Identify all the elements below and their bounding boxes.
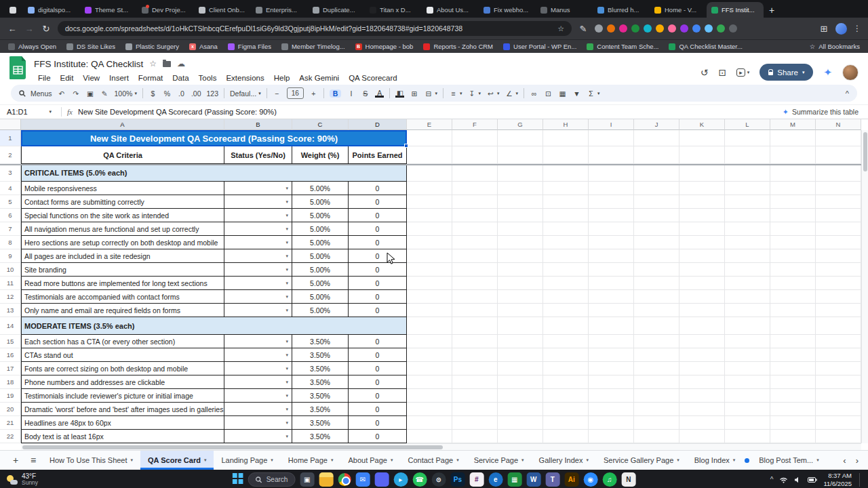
empty-cell[interactable] bbox=[725, 348, 770, 362]
empty-cell[interactable] bbox=[679, 375, 725, 389]
empty-cell[interactable] bbox=[407, 249, 452, 263]
empty-cell[interactable] bbox=[589, 362, 634, 375]
empty-cell[interactable] bbox=[634, 182, 679, 195]
empty-cell[interactable] bbox=[498, 430, 543, 443]
column-header-J[interactable]: J bbox=[634, 119, 679, 130]
cell-status-dropdown-10[interactable]: ▾ bbox=[224, 263, 292, 277]
row-header-9[interactable]: 9 bbox=[0, 249, 21, 263]
taskbar-app-edge[interactable]: e bbox=[488, 472, 502, 487]
row-header-2[interactable]: 2 bbox=[0, 146, 21, 164]
cell-points-16[interactable]: 0 bbox=[349, 348, 407, 362]
empty-cell[interactable] bbox=[634, 195, 679, 209]
extension-icon-12[interactable] bbox=[729, 24, 737, 33]
empty-cell[interactable] bbox=[816, 335, 861, 348]
empty-cell[interactable] bbox=[407, 222, 452, 236]
start-button[interactable] bbox=[233, 473, 243, 487]
taskbar-app-slack[interactable]: # bbox=[469, 472, 484, 487]
extension-icon-9[interactable] bbox=[692, 24, 701, 33]
scroll-sheets-right-icon[interactable]: › bbox=[856, 455, 859, 466]
text-wrap-icon-wrap[interactable]: ↩▾ bbox=[486, 89, 500, 98]
empty-cell[interactable] bbox=[407, 290, 452, 304]
cell-points-8[interactable]: 0 bbox=[349, 236, 407, 249]
empty-cell[interactable] bbox=[589, 335, 634, 348]
cell-header-2[interactable]: Status (Yes/No) bbox=[224, 146, 292, 164]
redo-icon[interactable]: ↷ bbox=[72, 89, 81, 98]
empty-cell[interactable] bbox=[407, 263, 452, 277]
empty-cell[interactable] bbox=[498, 375, 543, 389]
empty-cell[interactable] bbox=[816, 209, 861, 222]
empty-cell[interactable] bbox=[770, 389, 816, 403]
column-header-H[interactable]: H bbox=[543, 119, 589, 130]
empty-cell[interactable] bbox=[589, 222, 634, 236]
empty-cell[interactable] bbox=[725, 317, 770, 335]
empty-cell[interactable] bbox=[407, 195, 452, 209]
cell-criteria-7[interactable]: All navigation menus are functional and … bbox=[21, 222, 224, 236]
cell-weight-22[interactable]: 3.50% bbox=[292, 430, 349, 443]
cell-criteria-6[interactable]: Special functions on the site work as in… bbox=[21, 209, 224, 222]
cell-points-9[interactable]: 0 bbox=[349, 249, 407, 263]
empty-cell[interactable] bbox=[498, 249, 543, 263]
cell-criteria-4[interactable]: Mobile responsiveness bbox=[21, 182, 224, 195]
select-all-corner[interactable] bbox=[0, 119, 21, 130]
empty-cell[interactable] bbox=[498, 263, 543, 277]
menu-file[interactable]: File bbox=[34, 73, 55, 83]
cell-status-dropdown-19[interactable]: ▾ bbox=[224, 389, 292, 403]
empty-cell[interactable] bbox=[770, 130, 816, 146]
row-header-18[interactable]: 18 bbox=[0, 375, 21, 389]
cell-header-1[interactable]: QA Criteria bbox=[21, 146, 224, 164]
taskbar-app-github[interactable]: ⊙ bbox=[431, 472, 446, 487]
cell-points-5[interactable]: 0 bbox=[349, 195, 407, 209]
sheet-tab-service-gallery-page[interactable]: Service Gallery Page▾ bbox=[596, 451, 687, 470]
empty-cell[interactable] bbox=[816, 348, 861, 362]
menu-help[interactable]: Help bbox=[270, 73, 294, 83]
empty-cell[interactable] bbox=[634, 146, 679, 164]
empty-cell[interactable] bbox=[679, 249, 725, 263]
empty-cell[interactable] bbox=[816, 277, 861, 290]
empty-cell[interactable] bbox=[634, 164, 679, 182]
cell-weight-4[interactable]: 5.00% bbox=[292, 182, 349, 195]
bold-icon[interactable]: B bbox=[330, 89, 342, 98]
taskbar-app-mail[interactable]: ✉ bbox=[355, 472, 370, 487]
empty-cell[interactable] bbox=[634, 236, 679, 249]
menu-qa-scorecard[interactable]: QA Scorecard bbox=[344, 73, 401, 83]
cell-status-dropdown-15[interactable]: ▾ bbox=[224, 335, 292, 348]
empty-cell[interactable] bbox=[543, 236, 589, 249]
empty-cell[interactable] bbox=[498, 290, 543, 304]
sheet-tab-blog-index[interactable]: Blog Index▾ bbox=[687, 451, 743, 470]
sheet-tab-service-page[interactable]: Service Page▾ bbox=[467, 451, 532, 470]
empty-cell[interactable] bbox=[634, 335, 679, 348]
empty-cell[interactable] bbox=[452, 362, 498, 375]
cell-points-18[interactable]: 0 bbox=[349, 375, 407, 389]
empty-cell[interactable] bbox=[816, 403, 861, 416]
empty-cell[interactable] bbox=[452, 335, 498, 348]
cell-status-dropdown-20[interactable]: ▾ bbox=[224, 403, 292, 416]
empty-cell[interactable] bbox=[679, 362, 725, 375]
menu-data[interactable]: Data bbox=[168, 73, 193, 83]
empty-cell[interactable] bbox=[589, 209, 634, 222]
empty-cell[interactable] bbox=[589, 277, 634, 290]
fill-handle[interactable] bbox=[404, 144, 408, 148]
empty-cell[interactable] bbox=[770, 209, 816, 222]
empty-cell[interactable] bbox=[725, 263, 770, 277]
empty-cell[interactable] bbox=[679, 164, 725, 182]
empty-cell[interactable] bbox=[679, 222, 725, 236]
address-bar[interactable]: docs.google.com/spreadsheets/d/1oHkCTSln… bbox=[58, 21, 572, 36]
empty-cell[interactable] bbox=[634, 389, 679, 403]
empty-cell[interactable] bbox=[725, 182, 770, 195]
empty-cell[interactable] bbox=[589, 236, 634, 249]
cell-weight-6[interactable]: 5.00% bbox=[292, 209, 349, 222]
row-header-21[interactable]: 21 bbox=[0, 416, 21, 430]
all-bookmarks-button[interactable]: ☆ All Bookmarks bbox=[810, 43, 860, 50]
add-sheet-button[interactable]: + bbox=[7, 455, 24, 466]
empty-cell[interactable] bbox=[770, 146, 816, 164]
new-tab-button[interactable]: + bbox=[764, 5, 780, 18]
empty-cell[interactable] bbox=[498, 335, 543, 348]
empty-cell[interactable] bbox=[816, 146, 861, 164]
show-desktop-button[interactable] bbox=[859, 473, 861, 487]
all-sheets-menu-icon[interactable]: ≡ bbox=[24, 455, 42, 466]
fill-color-icon[interactable]: ◧ bbox=[395, 89, 404, 98]
empty-cell[interactable] bbox=[725, 236, 770, 249]
empty-cell[interactable] bbox=[589, 375, 634, 389]
taskbar-app-spotify[interactable]: ♫ bbox=[602, 472, 616, 487]
empty-cell[interactable] bbox=[634, 362, 679, 375]
